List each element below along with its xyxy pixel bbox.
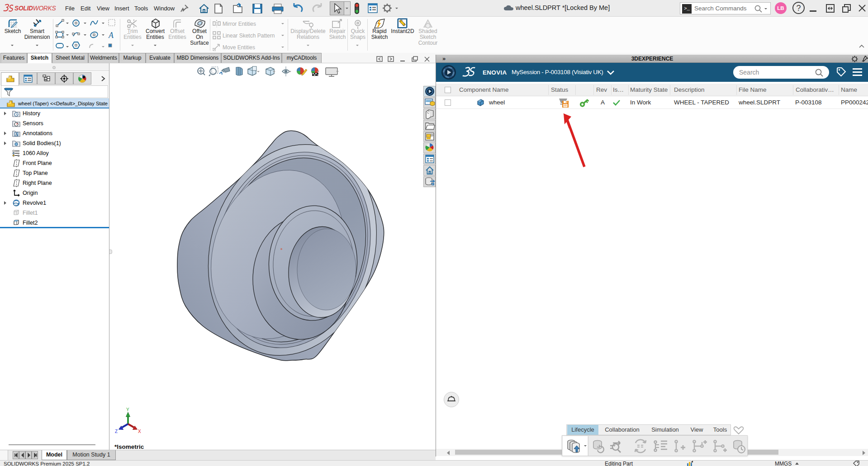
svg-text:Z: Z [115, 429, 118, 434]
svg-text:A: A [108, 31, 114, 40]
svg-text:Y: Y [126, 407, 129, 412]
svg-text:X: X [138, 429, 141, 434]
svg-text:SOLIDWORKS: SOLIDWORKS [14, 5, 56, 12]
svg-text:A: A [15, 132, 18, 137]
